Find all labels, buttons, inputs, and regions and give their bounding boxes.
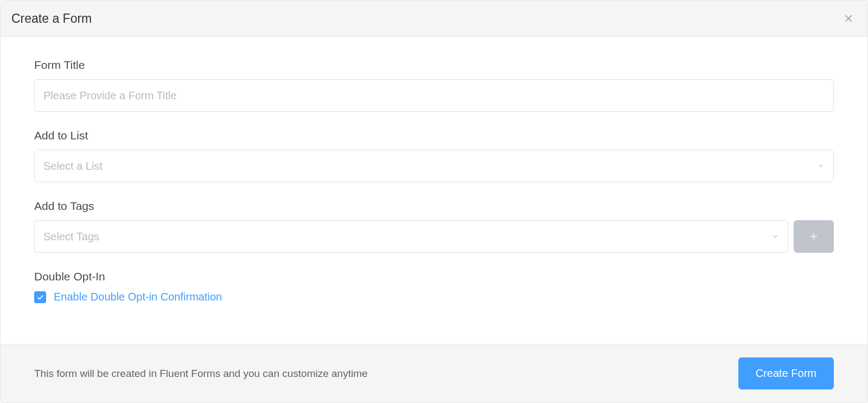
- form-title-input[interactable]: [34, 79, 834, 112]
- add-to-list-group: Add to List Select a List: [34, 129, 834, 182]
- check-icon: [36, 293, 44, 301]
- create-form-button[interactable]: Create Form: [738, 357, 834, 389]
- close-icon: [844, 14, 853, 23]
- list-select[interactable]: Select a List: [34, 150, 834, 182]
- form-title-label: Form Title: [34, 59, 834, 72]
- modal-footer: This form will be created in Fluent Form…: [1, 344, 867, 402]
- close-button[interactable]: [840, 10, 857, 27]
- chevron-down-icon: [771, 233, 779, 240]
- add-to-tags-group: Add to Tags Select Tags: [34, 200, 834, 253]
- double-optin-checkbox-label: Enable Double Opt-in Confirmation: [54, 291, 222, 303]
- modal-header: Create a Form: [1, 1, 867, 37]
- tags-select-placeholder: Select Tags: [43, 231, 99, 243]
- add-to-tags-label: Add to Tags: [34, 200, 834, 213]
- double-optin-group: Double Opt-In Enable Double Opt-in Confi…: [34, 270, 834, 303]
- double-optin-label: Double Opt-In: [34, 270, 834, 283]
- footer-text: This form will be created in Fluent Form…: [34, 368, 368, 380]
- form-title-group: Form Title: [34, 59, 834, 112]
- add-to-list-label: Add to List: [34, 129, 834, 142]
- create-form-modal: Create a Form Form Title Add to List Sel…: [0, 0, 868, 403]
- tags-select[interactable]: Select Tags: [34, 220, 788, 253]
- add-tag-button[interactable]: [794, 220, 834, 253]
- modal-body: Form Title Add to List Select a List Add…: [1, 37, 867, 344]
- checkbox-box: [34, 291, 46, 303]
- plus-icon: [809, 232, 819, 241]
- tags-row: Select Tags: [34, 220, 834, 253]
- chevron-down-icon: [817, 162, 825, 170]
- double-optin-checkbox[interactable]: Enable Double Opt-in Confirmation: [34, 291, 834, 303]
- modal-title: Create a Form: [11, 11, 92, 26]
- list-select-placeholder: Select a List: [43, 160, 103, 172]
